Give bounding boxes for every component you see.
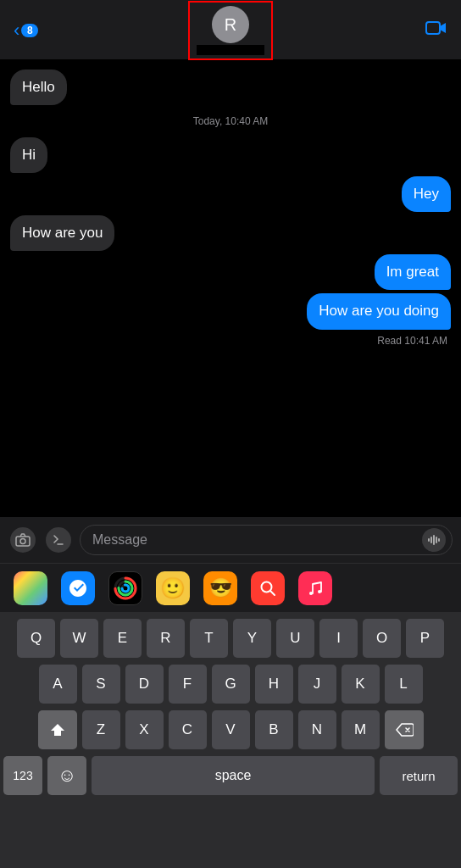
- apps-button[interactable]: [44, 526, 73, 554]
- key-o[interactable]: O: [363, 619, 401, 658]
- key-u[interactable]: U: [276, 619, 314, 658]
- app-icon-search[interactable]: [251, 571, 285, 605]
- key-a[interactable]: A: [39, 665, 77, 704]
- key-y[interactable]: Y: [233, 619, 271, 658]
- sent-group: Im great How are you doing: [10, 254, 451, 329]
- svg-rect-6: [436, 537, 437, 543]
- message-bubble-hey: Hey: [402, 176, 451, 212]
- svg-rect-0: [426, 22, 440, 34]
- key-i[interactable]: I: [319, 619, 358, 658]
- app-icon-appstore[interactable]: [61, 571, 95, 605]
- app-icon-activity[interactable]: [108, 571, 142, 605]
- apps-icon: [46, 527, 71, 553]
- key-l[interactable]: L: [385, 665, 423, 704]
- message-bubble-im-great: Im great: [375, 254, 451, 290]
- svg-rect-1: [16, 537, 30, 546]
- messages-area: Hello Today, 10:40 AM Hi Hey How are you…: [0, 59, 461, 517]
- svg-rect-4: [430, 537, 432, 543]
- svg-point-16: [318, 590, 321, 593]
- key-d[interactable]: D: [125, 665, 164, 704]
- app-icon-memoji[interactable]: 🙂: [156, 571, 190, 605]
- keyboard-row-4: 123 ☺ space return: [3, 756, 458, 795]
- keyboard: Q W E R T Y U I O P A S D F G H J K L Z …: [0, 612, 461, 868]
- key-t[interactable]: T: [190, 619, 228, 658]
- key-k[interactable]: K: [342, 665, 380, 704]
- keyboard-row-3: Z X C V B N M: [3, 710, 458, 749]
- key-e[interactable]: E: [103, 619, 142, 658]
- key-n[interactable]: N: [298, 710, 336, 749]
- message-placeholder: Message: [92, 532, 147, 548]
- message-bubble-hi: Hi: [10, 137, 47, 173]
- message-input-field[interactable]: Message: [80, 525, 453, 555]
- key-s[interactable]: S: [82, 665, 120, 704]
- back-button[interactable]: ‹ 8: [14, 19, 38, 42]
- back-badge-count: 8: [21, 24, 38, 37]
- key-j[interactable]: J: [298, 665, 336, 704]
- key-z[interactable]: Z: [82, 710, 120, 749]
- message-bubble-how-are-you: How are you: [10, 215, 114, 251]
- keyboard-row-2: A S D F G H J K L: [3, 665, 458, 704]
- avatar: R: [212, 6, 249, 43]
- read-receipt: Read 10:41 AM: [10, 335, 451, 347]
- emoji-key[interactable]: ☺: [47, 756, 86, 795]
- key-h[interactable]: H: [255, 665, 293, 704]
- input-bar: Message: [0, 517, 461, 563]
- camera-button[interactable]: [8, 526, 37, 554]
- key-r[interactable]: R: [147, 619, 185, 658]
- message-bubble-hello: Hello: [10, 70, 67, 105]
- contact-name-bar: [197, 45, 264, 55]
- key-m[interactable]: M: [342, 710, 380, 749]
- key-p[interactable]: P: [406, 619, 444, 658]
- shift-key[interactable]: [38, 710, 77, 749]
- key-w[interactable]: W: [60, 619, 98, 658]
- svg-point-15: [309, 592, 313, 595]
- message-bubble-how-are-you-doing: How are you doing: [307, 293, 451, 329]
- keyboard-row-1: Q W E R T Y U I O P: [3, 619, 458, 658]
- app-icon-sticker[interactable]: 😎: [203, 571, 237, 605]
- app-icon-music[interactable]: [298, 571, 332, 605]
- return-key[interactable]: return: [380, 756, 458, 795]
- audio-button[interactable]: [422, 528, 446, 552]
- key-f[interactable]: F: [169, 665, 207, 704]
- contact-header[interactable]: R: [188, 1, 273, 60]
- svg-point-2: [20, 539, 25, 544]
- svg-rect-7: [438, 538, 440, 542]
- space-key[interactable]: space: [92, 756, 375, 795]
- key-v[interactable]: V: [212, 710, 250, 749]
- key-b[interactable]: B: [255, 710, 293, 749]
- message-input-wrapper: Message: [80, 525, 453, 555]
- svg-rect-5: [433, 535, 435, 545]
- number-key[interactable]: 123: [3, 756, 42, 795]
- key-c[interactable]: C: [169, 710, 207, 749]
- key-g[interactable]: G: [212, 665, 250, 704]
- key-q[interactable]: Q: [17, 619, 55, 658]
- key-x[interactable]: X: [125, 710, 164, 749]
- camera-icon: [10, 527, 36, 553]
- app-icon-photos[interactable]: [14, 571, 47, 605]
- back-chevron-icon: ‹: [14, 19, 19, 42]
- header: ‹ 8 R: [0, 0, 461, 59]
- app-row: 🙂 😎: [0, 563, 461, 612]
- svg-rect-3: [428, 538, 430, 542]
- video-call-button[interactable]: [425, 19, 447, 42]
- delete-key[interactable]: [385, 710, 424, 749]
- timestamp: Today, 10:40 AM: [10, 115, 451, 127]
